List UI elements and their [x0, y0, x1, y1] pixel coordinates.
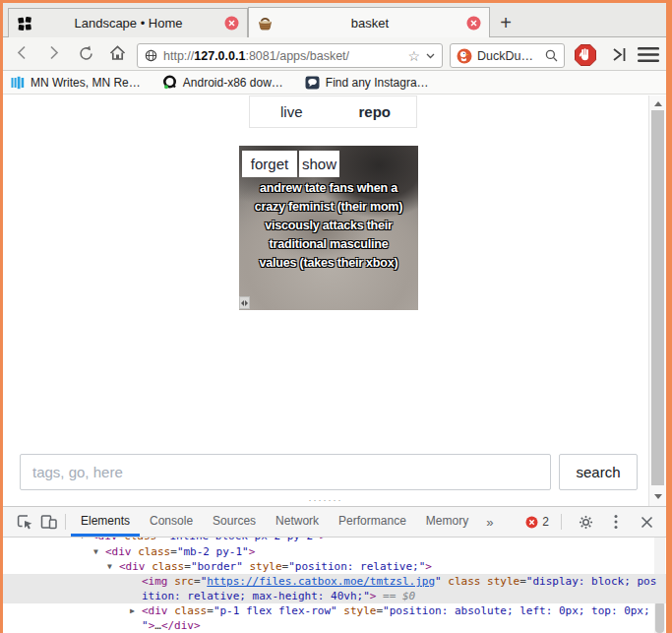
code-line: <img src="https://files.catbox.moe/tmtzs…: [3, 574, 666, 589]
search-magnifier-icon[interactable]: [545, 49, 558, 62]
scroll-up-arrow-icon[interactable]: [654, 101, 662, 106]
duckduckgo-icon: [457, 48, 472, 64]
url-bar[interactable]: http://127.0.0.1:8081/apps/basket/ ☆: [137, 43, 443, 68]
error-circle-icon: [525, 516, 538, 529]
home-button[interactable]: [108, 44, 127, 62]
toolbar-divider: [561, 514, 562, 530]
forget-button[interactable]: forget: [242, 151, 297, 177]
devtools-tab-sources[interactable]: Sources: [203, 507, 266, 537]
devtools-tab-elements[interactable]: Elements: [71, 507, 140, 537]
tab-close-button[interactable]: [224, 16, 239, 31]
bookmark-star-icon[interactable]: ☆: [407, 49, 420, 63]
search-engine-label: DuckDu…: [477, 49, 540, 63]
url-host: 127.0.0.1: [194, 49, 245, 63]
bookmark-mn-writes[interactable]: MN Writes, MN Re…: [11, 76, 141, 90]
inspect-element-icon[interactable]: [13, 507, 36, 537]
bookmark-find-instagram[interactable]: Find any Instagra…: [305, 76, 429, 90]
basket-favicon: [257, 15, 274, 31]
devtools-code-row[interactable]: ">…</div>: [3, 618, 666, 633]
kebab-menu-icon[interactable]: [604, 507, 628, 537]
devtools-code-row[interactable]: ▶<div class="p-1 flex flex-row" style="p…: [3, 603, 666, 618]
devtools-toolbar: Elements Console Sources Network Perform…: [3, 507, 666, 538]
code-line: ition: relative; max-height: 40vh;"> == …: [3, 589, 666, 603]
resize-handle[interactable]: [239, 296, 250, 309]
browser-window: Landscape • Home basket: [0, 0, 672, 633]
error-count: 2: [542, 515, 549, 529]
tab-repo[interactable]: repo: [334, 96, 417, 127]
devtools-tab-memory[interactable]: Memory: [416, 507, 478, 537]
bookmark-label: Android-x86 dow…: [183, 76, 283, 90]
scroll-down-arrow-icon[interactable]: [654, 494, 662, 499]
back-button[interactable]: [14, 44, 31, 61]
more-tabs-chevron[interactable]: »: [478, 515, 501, 530]
window-border-left: [0, 0, 3, 633]
forward-button[interactable]: [45, 44, 62, 61]
sidebar-toggle-icon[interactable]: [611, 45, 629, 64]
blue-bars-favicon: [11, 76, 25, 90]
app-grid-icon: [17, 16, 32, 32]
collapse-arrow-icon[interactable]: ▼: [93, 544, 98, 559]
splitter-grip-dots[interactable]: ·······: [3, 496, 648, 504]
close-devtools-icon[interactable]: [635, 507, 658, 537]
devtools-code-row[interactable]: ▼<div class="inline-block px-2 py-2">: [3, 538, 666, 543]
stop-hand-adblock-icon[interactable]: [574, 43, 597, 67]
window-border-top: [0, 0, 672, 3]
window-border-right: [666, 0, 672, 633]
devtools-tab-network[interactable]: Network: [266, 507, 329, 537]
scrollbar-thumb[interactable]: [651, 110, 664, 485]
devtools-code-row[interactable]: <img src="https://files.catbox.moe/tmtzs…: [3, 574, 666, 589]
new-tab-button[interactable]: +: [495, 11, 517, 34]
show-button[interactable]: show: [299, 151, 339, 177]
gear-icon[interactable]: [574, 507, 597, 537]
page-viewport: live repo forget show andrew tate fans w…: [3, 95, 666, 506]
right-arrow-icon: [245, 300, 248, 306]
left-arrow-icon: [241, 300, 244, 306]
page-scrollbar[interactable]: [648, 95, 666, 506]
code-line: <div class="border" style="position: rel…: [3, 559, 666, 574]
code-line: ">…</div>: [3, 618, 666, 633]
black-circle-favicon: [162, 75, 177, 90]
devtools-tree: … ▼<div class="inline-block px-2 py-2">▼…: [3, 538, 666, 633]
tab-bar: Landscape • Home basket: [3, 3, 666, 37]
meme-image: forget show andrew tate fans when a craz…: [239, 146, 418, 310]
url-dropdown-chevron-icon[interactable]: [426, 53, 435, 59]
devtools-tab-performance[interactable]: Performance: [329, 507, 416, 537]
collapse-arrow-icon[interactable]: ▼: [80, 538, 85, 543]
bookmark-android-x86[interactable]: Android-x86 dow…: [162, 75, 283, 90]
toolbar-divider: [65, 514, 66, 530]
tab-title: basket: [274, 16, 466, 31]
tab-title: Landscape • Home: [32, 16, 224, 31]
browser-tab-landscape-home[interactable]: Landscape • Home: [8, 8, 248, 37]
bookmark-label: MN Writes, MN Re…: [31, 76, 141, 90]
devtools-code-row[interactable]: ition: relative; max-height: 40vh;"> == …: [3, 589, 666, 603]
device-toolbar-icon[interactable]: [36, 507, 60, 537]
url-text: http://127.0.0.1:8081/apps/basket/: [163, 49, 349, 63]
chat-bubble-favicon: [305, 76, 320, 90]
reload-icon[interactable]: [77, 44, 95, 63]
bookmark-label: Find any Instagra…: [326, 76, 429, 90]
search-button[interactable]: search: [559, 454, 638, 490]
code-line: <div class="inline-block px-2 py-2">: [3, 538, 666, 543]
expand-arrow-icon[interactable]: ▶: [130, 603, 135, 618]
devtools-code-row[interactable]: ▼<div class="mb-2 py-1">: [3, 544, 666, 559]
view-mode-tabs: live repo: [249, 95, 417, 128]
tags-search-input[interactable]: [20, 454, 551, 490]
tab-live[interactable]: live: [250, 96, 334, 127]
collapse-arrow-icon[interactable]: ▼: [107, 559, 112, 574]
bookmarks-bar: MN Writes, MN Re… Android-x86 dow… Find …: [3, 71, 666, 95]
code-line: <div class="p-1 flex flex-row" style="po…: [3, 603, 666, 618]
devtools-panel: Elements Console Sources Network Perform…: [3, 506, 666, 633]
devtools-code-row[interactable]: ▼<div class="border" style="position: re…: [3, 559, 666, 574]
meme-caption-text: andrew tate fans when a crazy feminist (…: [239, 179, 418, 273]
error-count-badge[interactable]: 2: [525, 515, 549, 529]
browser-tab-basket[interactable]: basket: [248, 7, 490, 37]
hamburger-menu-icon[interactable]: [638, 46, 659, 63]
search-engine-box[interactable]: DuckDu…: [450, 43, 565, 68]
tab-close-button[interactable]: [466, 16, 481, 31]
site-globe-icon: [145, 49, 157, 62]
devtools-tab-console[interactable]: Console: [140, 507, 203, 537]
code-line: <div class="mb-2 py-1">: [3, 544, 666, 559]
